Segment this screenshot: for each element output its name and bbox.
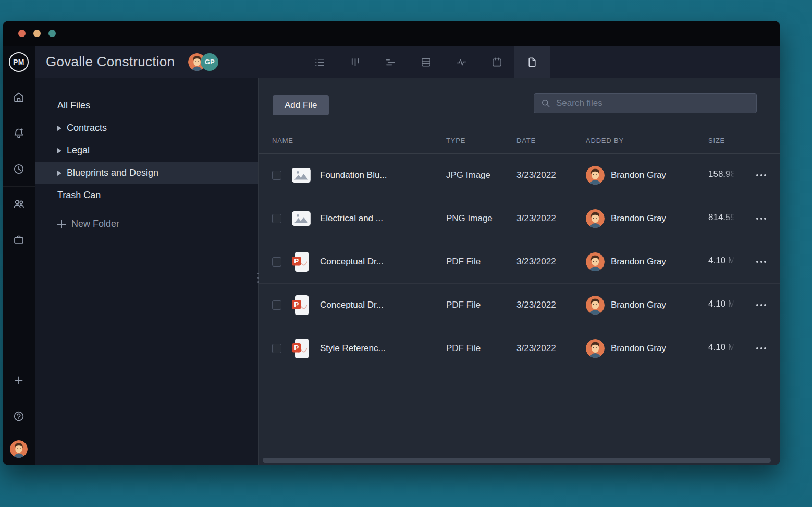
file-name[interactable]: Conceptual Dr... <box>320 300 446 310</box>
file-name[interactable]: Electrical and ... <box>320 213 446 224</box>
file-type: PDF File <box>446 343 516 354</box>
add-plus-icon[interactable] <box>13 374 25 387</box>
avatar <box>586 209 605 228</box>
file-date: 3/23/2022 <box>516 257 586 267</box>
files-panel: Add File NAME TYPE DATE ADDED BY SIZE <box>258 78 780 465</box>
table-row[interactable]: Foundation Blu... JPG Image 3/23/2022 Br… <box>259 154 780 197</box>
sheet-view-icon[interactable] <box>408 46 444 78</box>
add-file-button[interactable]: Add File <box>273 95 329 115</box>
search-icon <box>540 98 551 108</box>
column-header-added-by[interactable]: ADDED BY <box>586 137 708 144</box>
file-name[interactable]: Foundation Blu... <box>320 170 446 180</box>
table-row[interactable]: Conceptual Dr... PDF File 3/23/2022 Bran… <box>259 240 780 284</box>
file-size: 4.10 M <box>708 256 735 266</box>
file-name[interactable]: Conceptual Dr... <box>320 257 446 267</box>
search-box[interactable] <box>534 93 757 113</box>
added-by-name: Brandon Gray <box>611 300 666 310</box>
file-size: 814.59 <box>708 212 735 223</box>
added-by-name: Brandon Gray <box>611 213 666 224</box>
help-icon[interactable] <box>13 410 25 422</box>
pm-logo[interactable]: PM <box>9 52 29 72</box>
user-avatar[interactable] <box>10 440 28 458</box>
sidebar-item-label: Trash Can <box>57 190 101 201</box>
file-type: PDF File <box>446 257 516 267</box>
file-type: PDF File <box>446 300 516 310</box>
avatar <box>586 252 605 271</box>
folder-tree: All Files Contracts Legal Blueprints and… <box>35 78 258 465</box>
sidebar-item-trash-can[interactable]: Trash Can <box>35 184 258 207</box>
column-header-date[interactable]: DATE <box>516 137 586 144</box>
board-view-icon[interactable] <box>337 46 373 78</box>
table-row[interactable]: Conceptual Dr... PDF File 3/23/2022 Bran… <box>259 284 780 327</box>
list-view-icon[interactable] <box>302 46 337 78</box>
close-window-button[interactable] <box>18 30 26 37</box>
sidebar-item-all-files[interactable]: All Files <box>35 94 258 117</box>
plus-icon <box>57 220 66 228</box>
table-row[interactable]: Style Referenc... PDF File 3/23/2022 Bra… <box>259 327 780 370</box>
avatar <box>586 339 605 358</box>
row-checkbox[interactable] <box>272 171 281 180</box>
row-checkbox[interactable] <box>272 257 281 267</box>
window-titlebar <box>3 21 780 46</box>
avatar <box>586 166 605 185</box>
added-by-name: Brandon Gray <box>611 343 666 354</box>
rail-divider <box>3 186 35 187</box>
logo-slot: PM <box>9 46 29 78</box>
column-header-size[interactable]: SIZE <box>708 137 756 144</box>
caret-right-icon <box>57 126 61 131</box>
row-checkbox[interactable] <box>272 214 281 223</box>
panel-resize-handle[interactable] <box>255 267 261 288</box>
portfolio-briefcase-icon[interactable] <box>13 233 25 246</box>
team-icon[interactable] <box>13 197 25 210</box>
image-file-icon <box>291 208 312 229</box>
files-view-icon[interactable] <box>514 46 550 78</box>
row-menu-button[interactable] <box>756 214 771 223</box>
project-title: Govalle Construction <box>46 54 175 70</box>
pdf-file-icon <box>291 338 312 359</box>
file-date: 3/23/2022 <box>516 343 586 354</box>
file-date: 3/23/2022 <box>516 300 586 310</box>
calendar-view-icon[interactable] <box>479 46 514 78</box>
file-date: 3/23/2022 <box>516 213 586 224</box>
table-header: NAME TYPE DATE ADDED BY SIZE <box>259 128 780 154</box>
sidebar-item-label: All Files <box>57 100 90 111</box>
row-menu-button[interactable] <box>756 301 771 309</box>
caret-right-icon <box>57 148 61 153</box>
file-date: 3/23/2022 <box>516 170 586 180</box>
row-checkbox[interactable] <box>272 300 281 310</box>
sidebar-item-label: Legal <box>67 145 90 156</box>
gantt-view-icon[interactable] <box>373 46 408 78</box>
row-menu-button[interactable] <box>756 258 771 266</box>
app-header: Govalle Construction GP <box>35 46 780 78</box>
sidebar-item-label: Contracts <box>67 123 107 134</box>
home-icon[interactable] <box>13 91 25 103</box>
activity-view-icon[interactable] <box>444 46 479 78</box>
sidebar-item-legal[interactable]: Legal <box>35 139 258 162</box>
notifications-bell-icon[interactable] <box>13 127 25 139</box>
sidebar-item-contracts[interactable]: Contracts <box>35 117 258 139</box>
file-type: JPG Image <box>446 170 516 180</box>
search-input[interactable] <box>556 98 750 108</box>
new-folder-button[interactable]: New Folder <box>35 213 258 235</box>
view-toolbar <box>302 46 550 78</box>
table-row[interactable]: Electrical and ... PNG Image 3/23/2022 B… <box>259 197 780 240</box>
left-rail: PM <box>3 46 35 465</box>
file-size: 4.10 M <box>708 342 735 353</box>
sidebar-item-blueprints-and-design[interactable]: Blueprints and Design <box>35 162 258 184</box>
row-menu-button[interactable] <box>756 344 771 353</box>
zoom-window-button[interactable] <box>48 30 56 37</box>
horizontal-scrollbar[interactable] <box>263 458 771 463</box>
added-by-name: Brandon Gray <box>611 257 666 267</box>
column-header-type[interactable]: TYPE <box>446 137 516 144</box>
member-avatars[interactable]: GP <box>188 53 218 71</box>
row-menu-button[interactable] <box>756 171 771 179</box>
sidebar-item-label: Blueprints and Design <box>67 167 158 178</box>
caret-right-icon <box>57 171 61 176</box>
row-checkbox[interactable] <box>272 344 281 353</box>
recent-clock-icon[interactable] <box>13 163 25 175</box>
file-name[interactable]: Style Referenc... <box>320 343 446 354</box>
file-size: 158.98 <box>708 169 735 179</box>
column-header-name[interactable]: NAME <box>272 137 446 144</box>
new-folder-label: New Folder <box>71 219 119 230</box>
minimize-window-button[interactable] <box>33 30 41 37</box>
